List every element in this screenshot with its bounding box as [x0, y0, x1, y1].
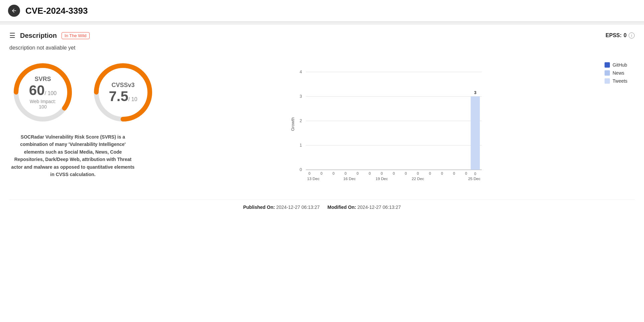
- epss-info-icon[interactable]: i: [629, 32, 635, 38]
- svg-text:0: 0: [357, 171, 359, 175]
- legend-github-label: GitHub: [613, 62, 627, 68]
- svg-text:4: 4: [300, 70, 302, 74]
- modified-label: Modified On:: [327, 205, 356, 210]
- cvss-value: 7.5: [109, 88, 128, 104]
- legend-tweets-color: [605, 78, 610, 84]
- svrs-gauge: SVRS 60/ 100 Web Impact: 100: [9, 59, 76, 126]
- svg-text:0: 0: [381, 171, 383, 175]
- svg-text:16 Dec: 16 Dec: [343, 176, 356, 181]
- desc-left: ☰ Description In The Wild: [9, 31, 90, 39]
- footer-dates: Published On: 2024-12-27 06:13:27 Modifi…: [9, 199, 635, 210]
- cvss-gauge: CVSSv3 7.5/ 10: [90, 59, 156, 126]
- legend-news-color: [605, 70, 610, 76]
- description-text: description not avaliable yet: [9, 45, 635, 51]
- cvss-gauge-svg-wrap: CVSSv3 7.5/ 10: [90, 59, 156, 126]
- svg-text:19 Dec: 19 Dec: [375, 176, 388, 181]
- svg-text:3: 3: [300, 94, 302, 99]
- cvss-denom: / 10: [128, 96, 137, 102]
- svg-text:0: 0: [453, 171, 455, 175]
- svrs-gauge-svg-wrap: SVRS 60/ 100 Web Impact: 100: [9, 59, 76, 126]
- svg-text:1: 1: [300, 143, 302, 148]
- svg-text:22 Dec: 22 Dec: [412, 176, 424, 181]
- cvss-name: CVSSv3: [109, 82, 137, 89]
- svg-text:0: 0: [417, 171, 419, 175]
- description-title: Description: [20, 32, 57, 39]
- cvss-value-row: 7.5/ 10: [109, 89, 137, 103]
- legend-github: GitHub: [605, 62, 635, 68]
- epss-label: EPSS:: [606, 32, 622, 38]
- in-the-wild-badge: In The Wild: [62, 32, 90, 39]
- svrs-value-row: 60/ 100: [26, 83, 60, 97]
- description-header: ☰ Description In The Wild EPSS: 0 i: [9, 31, 635, 39]
- page-header: CVE-2024-3393: [0, 0, 644, 22]
- svrs-denom: / 100: [45, 90, 57, 96]
- legend-news-label: News: [613, 70, 624, 76]
- legend-news: News: [605, 70, 635, 76]
- svg-text:Growth: Growth: [291, 117, 295, 131]
- main-content: ☰ Description In The Wild EPSS: 0 i desc…: [0, 25, 644, 217]
- published-label: Published On:: [243, 205, 275, 210]
- legend-tweets: Tweets: [605, 78, 635, 84]
- published-value: 2024-12-27 06:13:27: [276, 205, 320, 210]
- svg-text:3: 3: [474, 90, 476, 95]
- svg-text:0: 0: [405, 171, 407, 175]
- cvss-gauge-label: CVSSv3 7.5/ 10: [109, 82, 137, 103]
- chart-section: 0 1 2 3 4 Growth: [183, 59, 635, 193]
- svg-text:13 Dec: 13 Dec: [307, 176, 320, 181]
- legend-tweets-label: Tweets: [613, 78, 627, 84]
- modified-value: 2024-12-27 06:13:27: [357, 205, 401, 210]
- epss-section: EPSS: 0 i: [606, 32, 635, 38]
- epss-value: 0: [624, 32, 627, 38]
- svg-text:0: 0: [300, 167, 302, 172]
- chart-legend: GitHub News Tweets: [605, 59, 635, 193]
- svg-text:0: 0: [345, 171, 347, 175]
- svg-rect-44: [471, 96, 480, 170]
- svg-text:25 Dec: 25 Dec: [468, 176, 480, 181]
- svg-text:0: 0: [429, 171, 431, 175]
- svrs-value: 60: [29, 82, 45, 98]
- svrs-name: SVRS: [26, 76, 60, 83]
- svg-text:0: 0: [474, 172, 476, 176]
- legend-github-color: [605, 62, 610, 68]
- chart-container: 0 1 2 3 4 Growth: [183, 59, 598, 193]
- chart-svg: 0 1 2 3 4 Growth: [183, 59, 598, 186]
- svg-text:0: 0: [441, 171, 443, 175]
- svrs-gauge-label: SVRS 60/ 100 Web Impact: 100: [26, 76, 60, 109]
- list-icon: ☰: [9, 31, 15, 39]
- svg-text:0: 0: [465, 171, 467, 175]
- svg-text:0: 0: [369, 171, 371, 175]
- svg-text:0: 0: [320, 171, 322, 175]
- svrs-description: SOCRadar Vulnerability Risk Score (SVRS)…: [9, 133, 136, 178]
- svg-text:0: 0: [393, 171, 395, 175]
- back-button[interactable]: [8, 5, 20, 17]
- gauges-row: SVRS 60/ 100 Web Impact: 100: [9, 59, 156, 126]
- svrs-sub: Web Impact: 100: [26, 99, 60, 109]
- svg-text:2: 2: [300, 118, 302, 123]
- gauges-section: SVRS 60/ 100 Web Impact: 100: [9, 59, 163, 178]
- chart-area: 0 1 2 3 4 Growth: [183, 59, 635, 193]
- page-title: CVE-2024-3393: [25, 6, 88, 16]
- header-separator: [0, 22, 644, 25]
- metrics-row: SVRS 60/ 100 Web Impact: 100: [9, 59, 635, 193]
- svg-text:0: 0: [333, 171, 335, 175]
- svg-text:0: 0: [308, 171, 310, 175]
